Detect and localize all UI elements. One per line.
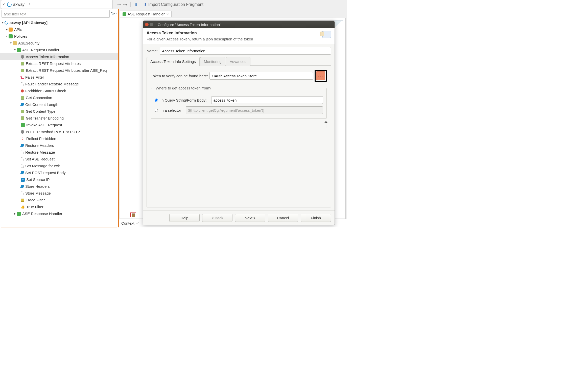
thumb-down-icon (20, 75, 24, 79)
token-source-group: Where to get access token from? In Query… (151, 86, 327, 119)
tree-item[interactable]: •⤴ Reflect Forbidden (0, 135, 118, 142)
box-icon (21, 69, 24, 72)
editor-area: ASE Request Handler ✕ Configure (119, 9, 347, 227)
tree-item[interactable]: • Set Message for exit (0, 162, 118, 169)
close-icon[interactable]: ✕ (1, 3, 6, 6)
box-icon (21, 110, 24, 113)
back-dropdown-icon[interactable]: ⇦▾ (116, 2, 121, 7)
tree-item[interactable]: • Get Transfer Encoding (0, 115, 118, 122)
red-dot-icon (21, 89, 24, 92)
policy-canvas[interactable]: Configure "Access Token Information" Acc… (120, 18, 346, 219)
ip-icon: IP (21, 178, 25, 182)
tree-item[interactable]: • Set POST request Body (0, 169, 118, 176)
trace-icon (21, 199, 24, 202)
tab-settings[interactable]: Access Token Info Settings (147, 57, 200, 66)
axway-icon (4, 20, 9, 25)
tree-item[interactable]: • Extract REST Request Attributes after … (0, 67, 118, 74)
canvas-element[interactable] (130, 212, 136, 217)
tree-item[interactable]: • Set ASE Request (0, 156, 118, 162)
policies-icon (9, 34, 13, 38)
tab-advanced[interactable]: Advanced (226, 57, 250, 66)
doc-icon (21, 151, 24, 154)
exec-icon (21, 123, 25, 127)
breadcrumb-tab[interactable]: ✕ axway ¹ (1, 0, 113, 9)
tree-item[interactable]: • Store Headers (0, 183, 118, 190)
name-input[interactable] (160, 47, 331, 55)
tree-policies[interactable]: ▼ Policies (0, 33, 118, 40)
tree-item[interactable]: • Access Token Information (0, 53, 118, 60)
import-icon: ⬇ (144, 2, 147, 7)
tree-item[interactable]: •👍 True Filter (0, 203, 118, 210)
editor-tab-title: ASE Request Handler (128, 12, 165, 16)
headers-icon (20, 185, 24, 188)
tab-content: Token to verify can be found here: ... W… (147, 66, 331, 207)
headers-icon (20, 144, 24, 147)
apis-icon (9, 28, 13, 32)
tree-apis[interactable]: ▶ APIs (0, 26, 118, 33)
close-icon[interactable]: ✕ (166, 12, 169, 16)
dialog-tabs: Access Token Info Settings Monitoring Ad… (147, 57, 331, 66)
policy-tree[interactable]: ▼ axway [API Gateway] ▶ APIs ▼ Policies … (0, 19, 118, 227)
tree-item[interactable]: • Restore Message (0, 149, 118, 156)
doc-icon (21, 164, 24, 168)
tree-item[interactable]: • False Filter (0, 74, 118, 81)
axway-logo-icon (6, 1, 12, 8)
help-button[interactable]: Help (169, 214, 200, 222)
dialog-header-desc: For a given Access Token, return a json … (147, 37, 318, 41)
tree-item[interactable]: •IP Set Source IP (0, 176, 118, 183)
finish-button[interactable]: Finish (301, 214, 331, 222)
tree-item[interactable]: • Fault Handler Restore Message (0, 81, 118, 87)
element-icon (132, 214, 135, 217)
tree-item[interactable]: • Extract REST Request Attributes (0, 60, 118, 67)
policy-icon (123, 12, 126, 16)
back-button[interactable]: < Back (202, 214, 232, 222)
tree-ase-response-handler[interactable]: ▶ ASE Response Handler (0, 210, 118, 217)
querystring-param-input[interactable] (211, 96, 323, 104)
window-close-icon[interactable] (145, 23, 149, 26)
tree-item[interactable]: • Invoke ASE_Request (0, 122, 118, 128)
tree-ase-request-handler[interactable]: ▼ ASE Request Handler (0, 46, 118, 53)
group-legend: Where to get access token from? (155, 86, 212, 90)
topbar: ✕ axway ¹ ⇦▾ ⇨▾ ☷ ⬇ Import Configuration… (0, 0, 347, 9)
tree-asesecurity[interactable]: ▼ ASESecurity (0, 40, 118, 46)
highlight-bar (1, 227, 117, 227)
radio-querystring[interactable] (155, 99, 158, 102)
folder-icon (13, 41, 17, 45)
tree-item[interactable]: • Trace Filter (0, 197, 118, 203)
product-title: axway (13, 2, 25, 7)
box-icon (21, 62, 24, 65)
editor-tab[interactable]: ASE Request Handler ✕ (120, 11, 172, 17)
binoculars-icon[interactable]: 🔭 (111, 12, 115, 16)
dialog-header-title: Access Token Information (147, 31, 318, 35)
doc-icon (21, 192, 24, 195)
import-config-button[interactable]: ⬇ Import Configuration Fragment (144, 2, 203, 7)
tree-item[interactable]: • Store Message (0, 190, 118, 197)
tree-item[interactable]: • Forbidden Status Check (0, 87, 118, 94)
doc-icon (21, 157, 24, 161)
token-icon (322, 31, 331, 38)
selector-input (186, 106, 323, 114)
ruler-icon (20, 103, 24, 106)
box-icon (21, 96, 24, 100)
tree-root[interactable]: ▼ axway [API Gateway] (0, 19, 118, 26)
handler-icon (17, 48, 21, 52)
cancel-button[interactable]: Cancel (268, 214, 298, 222)
tab-monitoring[interactable]: Monitoring (200, 57, 225, 66)
radio-querystring-label: In Query String/Form Body: (160, 98, 207, 102)
window-min-icon[interactable] (150, 23, 153, 26)
filter-input[interactable] (2, 10, 110, 18)
configure-dialog: Configure "Access Token Information" Acc… (143, 20, 335, 225)
filter-dropdown-icon[interactable]: ▾ (115, 12, 117, 16)
dialog-titlebar[interactable]: Configure "Access Token Information" (143, 21, 335, 28)
tree-item[interactable]: • Get Content Type (0, 108, 118, 115)
next-button[interactable]: Next > (235, 214, 265, 222)
verify-input[interactable] (209, 72, 313, 80)
tree-icon[interactable]: ☷ (133, 2, 138, 7)
tree-item[interactable]: • Restore Headers (0, 142, 118, 149)
browse-button[interactable]: ... (316, 71, 325, 80)
tree-item[interactable]: • Is HTTP method POST or PUT? (0, 128, 118, 135)
forward-dropdown-icon[interactable]: ⇨▾ (123, 2, 128, 7)
tree-item[interactable]: • Get Content Length (0, 101, 118, 108)
radio-selector[interactable] (155, 109, 158, 112)
tree-item[interactable]: • Get Connection (0, 94, 118, 101)
